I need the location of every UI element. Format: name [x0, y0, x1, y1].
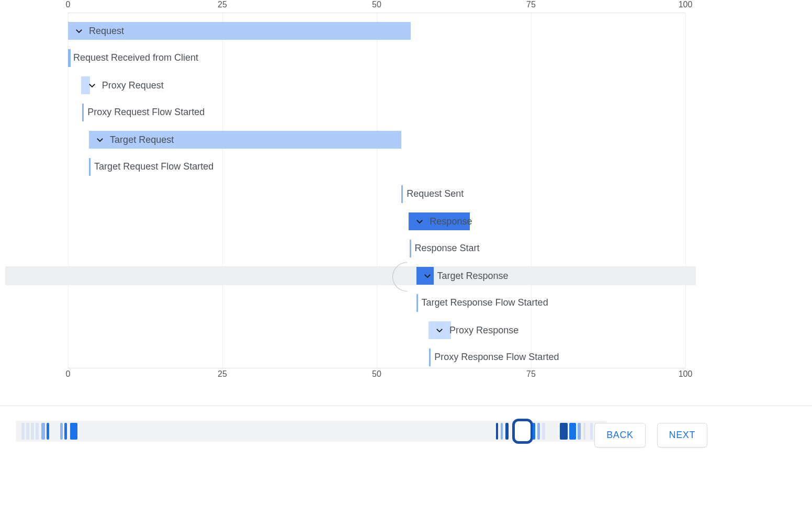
chevron-down-icon [74, 26, 84, 36]
timeline-row: Request Received from Client [5, 49, 696, 68]
event-tick [429, 349, 431, 366]
axis-tick: 100 [679, 369, 693, 379]
timeline-row[interactable]: Request [5, 21, 696, 40]
event-label: Response Start [415, 243, 480, 254]
timeline-row[interactable]: Response [5, 212, 696, 231]
minimap-bar [26, 423, 29, 440]
axis-tick: 100 [679, 0, 693, 9]
span-bar[interactable]: Response [409, 212, 470, 230]
minimap-bar [36, 423, 39, 440]
span-label: Proxy Request [102, 80, 164, 91]
timeline-row: Target Request Flow Started [5, 158, 696, 176]
span-bar[interactable]: Proxy Response [428, 321, 450, 339]
minimap-bar [590, 423, 593, 440]
bracket-arc [392, 262, 407, 291]
timeline-row[interactable]: Target Request [5, 130, 696, 149]
minimap-bar [542, 423, 546, 440]
minimap-bar [537, 423, 540, 440]
back-button[interactable]: BACK [594, 423, 645, 447]
minimap-bar [31, 423, 34, 440]
minimap-bar [505, 423, 509, 440]
span-label: Response [430, 216, 472, 227]
timeline-plot[interactable]: RequestRequest Received from ClientProxy… [68, 13, 685, 368]
axis-tick: 75 [526, 369, 536, 379]
minimap-bar [533, 423, 536, 440]
span-label: Request [89, 26, 124, 37]
event-tick [416, 294, 418, 312]
chevron-down-icon [415, 217, 424, 226]
axis-tick: 25 [218, 0, 227, 9]
event-tick [410, 240, 411, 257]
event-label: Request Sent [407, 188, 464, 199]
axis-tick: 0 [66, 0, 71, 9]
span-bar[interactable]: Target Response [416, 267, 434, 285]
minimap[interactable] [16, 421, 607, 442]
chevron-down-icon [435, 326, 444, 335]
axis-tick: 25 [218, 369, 227, 379]
event-label: Target Request Flow Started [94, 161, 213, 172]
event-tick [82, 104, 84, 121]
timeline-row[interactable]: Proxy Response [5, 321, 696, 340]
event-label: Proxy Request Flow Started [87, 107, 205, 118]
minimap-bar [583, 423, 586, 440]
minimap-bar [64, 423, 67, 440]
span-bar[interactable]: Request [68, 22, 411, 40]
chevron-down-icon [423, 271, 432, 281]
trace-timeline: 0 25 50 75 100 RequestRequest Received f… [5, 0, 704, 382]
minimap-bar [501, 423, 503, 440]
minimap-bar [21, 423, 25, 440]
axis-top: 0 25 50 75 100 [68, 0, 685, 13]
event-label: Proxy Response Flow Started [434, 352, 559, 363]
minimap-bar [41, 423, 46, 440]
timeline-row[interactable]: Target Response [5, 266, 696, 285]
minimap-bar [569, 423, 577, 440]
event-label: Target Response Flow Started [422, 297, 548, 308]
axis-tick: 0 [66, 369, 71, 379]
span-label: Target Request [110, 134, 174, 145]
timeline-row: Proxy Request Flow Started [5, 103, 696, 122]
chevron-down-icon [95, 135, 105, 144]
axis-bottom: 0 25 50 75 100 [68, 369, 685, 382]
timeline-row: Proxy Response Flow Started [5, 348, 696, 367]
minimap-bar [578, 423, 581, 440]
span-bar[interactable]: Proxy Request [81, 76, 91, 94]
minimap-bar [496, 423, 499, 440]
axis-tick: 75 [526, 0, 536, 9]
axis-tick: 50 [372, 369, 381, 379]
minimap-scrubber[interactable] [512, 419, 533, 444]
nav-buttons: BACK NEXT [594, 423, 707, 447]
next-button[interactable]: NEXT [657, 423, 707, 447]
span-bar[interactable]: Target Request [89, 131, 401, 149]
minimap-bar [70, 423, 77, 440]
event-label: Request Received from Client [73, 52, 198, 63]
timeline-row[interactable]: Proxy Request [5, 76, 696, 95]
event-tick [89, 158, 91, 176]
event-tick [401, 185, 403, 203]
timeline-row: Request Sent [5, 185, 696, 204]
span-label: Proxy Response [449, 325, 518, 336]
event-tick [68, 49, 71, 67]
axis-tick: 50 [372, 0, 381, 9]
minimap-bar [47, 423, 50, 440]
minimap-bar [60, 423, 63, 440]
chevron-down-icon [87, 81, 97, 90]
timeline-row: Target Response Flow Started [5, 294, 696, 312]
timeline-row: Response Start [5, 239, 696, 258]
minimap-bar [560, 423, 568, 440]
span-label: Target Response [437, 271, 509, 282]
